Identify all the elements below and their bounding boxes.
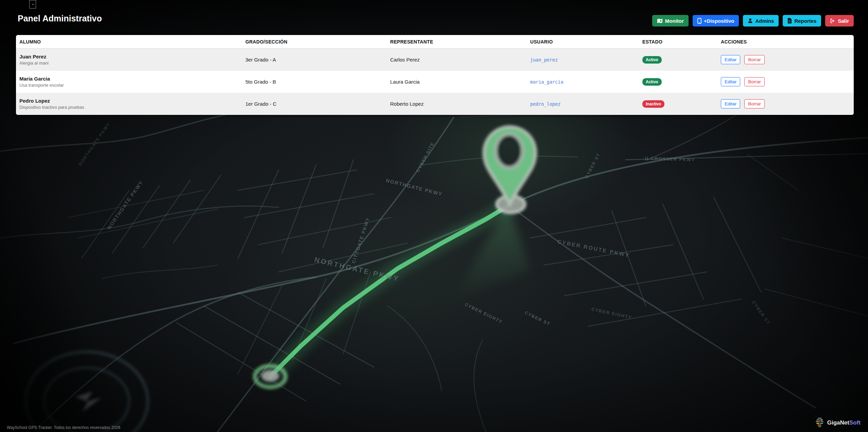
representative-cell: Roberto Lopez [390, 101, 530, 107]
delete-button[interactable]: Borrar [744, 99, 765, 108]
add-device-button[interactable]: +Dispositivo [693, 15, 739, 27]
student-name: Pedro Lopez [19, 97, 245, 105]
table-row: Maria Garcia Usa transporte escolar 5to … [16, 71, 854, 93]
salir-button[interactable]: Salir [825, 15, 854, 27]
footer-copyright: WaySchool GPS Tracker. Todos los derecho… [7, 425, 120, 430]
col-header-representante: REPRESENTANTE [390, 39, 530, 45]
brand-name-primary: GigaNet [827, 419, 849, 426]
student-note: Usa transporte escolar [19, 83, 245, 88]
reportes-button[interactable]: Reportes [783, 15, 821, 27]
phone-icon [697, 18, 701, 24]
students-table: ALUMNO GRADO/SECCIÓN REPRESENTANTE USUAR… [16, 35, 854, 115]
grade-cell: 5to Grado - B [245, 79, 390, 85]
person-icon [748, 18, 753, 23]
representative-cell: Laura Garcia [390, 79, 530, 85]
col-header-usuario: USUARIO [530, 39, 642, 45]
table-row: Juan Perez Alergia al mani 3er Grado - A… [16, 49, 854, 71]
document-icon [787, 18, 792, 23]
page-title: Panel Administrativo [18, 14, 102, 23]
delete-button[interactable]: Borrar [744, 77, 765, 86]
username-link[interactable]: juan_perez [530, 57, 642, 63]
monitor-button[interactable]: Monitor [652, 15, 689, 27]
edit-button[interactable]: Editar [721, 55, 740, 64]
username-link[interactable]: pedro_lopez [530, 101, 642, 107]
username-link[interactable]: maria_garcia [530, 79, 642, 85]
admins-button[interactable]: Admins [743, 15, 779, 27]
col-header-acciones: ACCIONES [721, 39, 854, 45]
signout-icon [830, 18, 835, 23]
broken-image-placeholder [29, 0, 36, 8]
col-header-alumno: ALUMNO [16, 39, 245, 45]
giganetsoft-icon [815, 417, 824, 429]
status-badge: Activo [642, 56, 662, 64]
brand-logo: GigaNetSoft [815, 417, 861, 429]
col-header-grado: GRADO/SECCIÓN [245, 39, 390, 45]
toolbar: Monitor +Dispositivo Admins Reportes Sal… [652, 15, 854, 27]
table-row: Pedro Lopez Dispositivo inactivo para pr… [16, 93, 854, 115]
edit-button[interactable]: Editar [721, 77, 740, 86]
brand-name-accent: Soft [849, 419, 861, 426]
delete-button[interactable]: Borrar [744, 55, 765, 64]
col-header-estado: ESTADO [642, 39, 721, 45]
edit-button[interactable]: Editar [721, 99, 740, 108]
grade-cell: 1er Grado - C [245, 101, 390, 107]
representative-cell: Carlos Perez [390, 57, 530, 63]
status-badge: Activo [642, 78, 662, 86]
grade-cell: 3er Grado - A [245, 57, 390, 63]
status-badge: Inactivo [642, 100, 664, 108]
map-icon [657, 18, 663, 23]
student-note: Dispositivo inactivo para pruebas [19, 105, 245, 110]
student-note: Alergia al mani [19, 61, 245, 66]
student-name: Juan Perez [19, 53, 245, 61]
student-name: Maria Garcia [19, 75, 245, 83]
table-header-row: ALUMNO GRADO/SECCIÓN REPRESENTANTE USUAR… [16, 35, 854, 49]
